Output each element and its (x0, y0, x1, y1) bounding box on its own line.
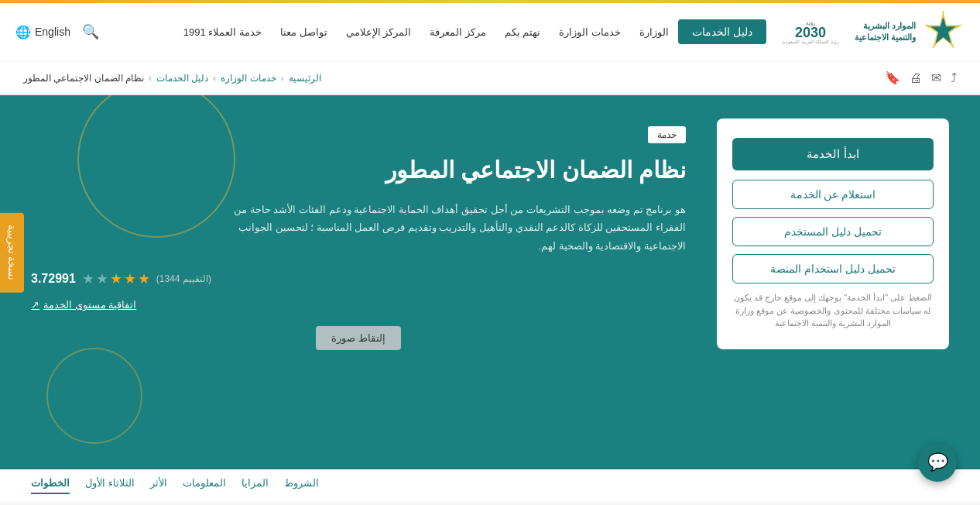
page-actions: ⤴ ✉ 🖨 🔖 (885, 70, 957, 85)
sla-link[interactable]: اتفاقية مستوى الخدمة ↗ (31, 299, 686, 311)
bottom-tab-bar: الشروط المزايا المعلومات الأثر الثلاثاء … (0, 467, 980, 502)
breadcrumb-ministry-services[interactable]: خدمات الوزارة (221, 73, 276, 84)
star-1: ★ (82, 270, 94, 287)
lang-label: English (35, 26, 70, 38)
header-right: الموارد البشرية والتنمية الاجتماعية رؤية… (678, 11, 965, 53)
platform-guide-download-button[interactable]: تحميل دليل استخدام المنصة (732, 254, 934, 283)
sla-label: اتفاقية مستوى الخدمة (43, 299, 136, 311)
search-icon: 🔍 (82, 24, 99, 40)
star-2: ★ (96, 270, 108, 287)
nav-item-knowledge[interactable]: مركز المعرفة (420, 26, 495, 38)
service-title: نظام الضمان الاجتماعي المطور (31, 155, 686, 185)
search-button[interactable]: 🔍 (82, 23, 99, 40)
service-description: هو برنامج تم وضعه بموجب التشريعات من أجل… (206, 201, 686, 255)
nav-item-media[interactable]: المركز الإعلامي (337, 26, 421, 38)
user-guide-download-button[interactable]: تحميل دليل المستخدم (732, 217, 934, 246)
nav-item-ministry[interactable]: الوزارة (630, 26, 678, 38)
ministry-emblem-icon (922, 11, 965, 53)
share-icon[interactable]: ⤴ (951, 71, 957, 85)
ministry-logo: الموارد البشرية والتنمية الاجتماعية (855, 11, 965, 53)
start-service-button[interactable]: ابدأ الخدمة (732, 138, 934, 170)
vision-logo-area: رؤية 2030 رؤية المملكة العربية السعودية (782, 20, 839, 44)
vision-sublabel: رؤية المملكة العربية السعودية (782, 40, 839, 44)
service-inquiry-button[interactable]: استعلام عن الخدمة (732, 180, 934, 209)
main-nav: الوزارة خدمات الوزارة نهتم بكم مركز المع… (99, 26, 678, 38)
breadcrumb-sep-1: › (281, 73, 284, 84)
action-card: ابدأ الخدمة استعلام عن الخدمة تحميل دليل… (717, 119, 949, 349)
star-4: ★ (124, 270, 136, 287)
email-icon[interactable]: ✉ (931, 70, 941, 85)
rating-count: (التقييم 1344) (156, 273, 211, 284)
star-3: ★ (110, 270, 122, 287)
service-badge: خدمة (648, 126, 686, 143)
breadcrumb-sep-2: › (213, 73, 216, 84)
breadcrumb-current: نظام الضمان الاجتماعي المطور (23, 73, 144, 84)
breadcrumb-sep-3: › (149, 73, 152, 84)
tab-info[interactable]: المعلومات (183, 477, 226, 494)
globe-icon: 🌐 (15, 25, 31, 40)
header-left: 🔍 English 🌐 (15, 23, 99, 40)
tab-conditions[interactable]: الشروط (284, 477, 319, 494)
rating-area: (التقييم 1344) ★ ★ ★ ★ ★ 3.72991 (31, 270, 686, 287)
breadcrumb: نظام الضمان الاجتماعي المطور › دليل الخد… (23, 73, 321, 84)
language-switcher[interactable]: English 🌐 (15, 25, 70, 40)
nav-item-contact[interactable]: تواصل معنا (271, 26, 337, 38)
nav-item-customer-service[interactable]: خدمة العملاء 1991 (174, 26, 271, 38)
star-rating: ★ ★ ★ ★ ★ (82, 270, 150, 287)
tab-steps[interactable]: الخطوات (31, 477, 70, 494)
service-info-area: خدمة نظام الضمان الاجتماعي المطور هو برن… (31, 119, 686, 350)
chat-button[interactable]: 💬 (918, 443, 957, 482)
bookmark-icon[interactable]: 🔖 (885, 70, 900, 85)
external-link-icon: ↗ (31, 299, 39, 311)
content-wrapper: ابدأ الخدمة استعلام عن الخدمة تحميل دليل… (0, 95, 980, 373)
tab-tuesday[interactable]: الثلاثاء الأول (85, 477, 135, 494)
action-disclaimer: الضغط على "ابدأ الخدمة" يوجهك إلى موقع خ… (732, 291, 934, 330)
main-content: ابدأ الخدمة استعلام عن الخدمة تحميل دليل… (0, 95, 980, 467)
chat-icon: 💬 (927, 452, 948, 472)
header: الموارد البشرية والتنمية الاجتماعية رؤية… (0, 3, 980, 61)
vision-year: 2030 (795, 26, 826, 40)
screenshot-button[interactable]: إلتقاط صورة (316, 326, 401, 350)
nav-item-ministry-services[interactable]: خدمات الوزارة (550, 26, 630, 38)
services-guide-button[interactable]: دليل الخدمات (678, 19, 766, 44)
star-5: ★ (138, 270, 150, 287)
vision-2030-logo: رؤية 2030 رؤية المملكة العربية السعودية (782, 20, 839, 44)
breadcrumb-services-guide[interactable]: دليل الخدمات (156, 73, 208, 84)
ministry-name: الموارد البشرية والتنمية الاجتماعية (855, 20, 916, 44)
tab-benefits[interactable]: المزايا (242, 477, 269, 494)
beta-side-tab[interactable]: نسخة تجريبية (0, 213, 24, 293)
breadcrumb-bar: ⤴ ✉ 🖨 🔖 نظام الضمان الاجتماعي المطور › د… (0, 61, 980, 95)
breadcrumb-home[interactable]: الرئيسية (289, 73, 321, 84)
rating-score: 3.72991 (31, 272, 76, 286)
print-icon[interactable]: 🖨 (910, 71, 922, 85)
nav-item-care[interactable]: نهتم بكم (495, 26, 550, 38)
tab-impact[interactable]: الأثر (150, 477, 167, 494)
